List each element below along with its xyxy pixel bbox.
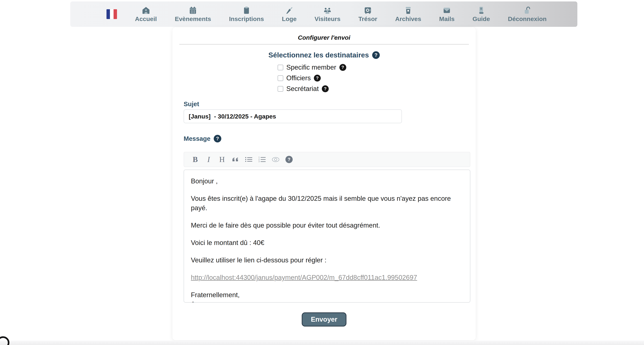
recipient-row-specific-member: Specific member? — [278, 63, 346, 72]
toolbar-italic-button[interactable]: I — [205, 155, 212, 164]
page: { "help_glyph": "?", "nav": { "items": [… — [0, 0, 644, 345]
message-paragraph: Voici le montant dû : 40€ — [191, 238, 463, 247]
recipient-row-secretariat: Secrétariat? — [278, 85, 346, 93]
toolbar-heading-button[interactable]: H — [218, 155, 226, 164]
help-icon[interactable]: ? — [340, 64, 346, 71]
archive-icon — [404, 6, 412, 15]
signature-line: Fraternellement, — [191, 291, 240, 299]
home-icon — [142, 6, 150, 15]
recipient-option-label: Officiers — [286, 74, 311, 82]
nav-item-label: Accueil — [135, 16, 157, 23]
nav-item-loge[interactable]: Loge — [282, 6, 296, 23]
checkbox-officiers[interactable] — [278, 75, 283, 81]
message-label: Message — [184, 135, 210, 142]
safe-icon — [364, 6, 372, 15]
nav-item-label: Mails — [439, 16, 454, 23]
recipients-heading-label: Sélectionnez les destinataires — [268, 51, 369, 59]
editor-toolbar: BIH123? — [184, 152, 470, 167]
calendar-icon — [189, 6, 197, 15]
signature-line: Janus — [191, 301, 209, 303]
nav-item-guide[interactable]: Guide — [472, 6, 490, 23]
trowel-icon — [285, 6, 294, 15]
nav-item-inscriptions[interactable]: Inscriptions — [229, 6, 264, 23]
subject-label: Sujet — [184, 100, 469, 108]
checkbox-specific-member[interactable] — [278, 65, 283, 70]
nav-item-mails[interactable]: Mails — [439, 6, 454, 23]
send-config-panel: Configurer l'envoi Sélectionnez les dest… — [172, 27, 476, 340]
message-paragraph: Bonjour , — [191, 176, 463, 186]
message-label-row: Message ? — [184, 135, 469, 142]
nav-item-archives[interactable]: Archives — [395, 6, 421, 23]
french-flag-icon[interactable] — [106, 9, 117, 19]
message-paragraph: Veuillez utiliser le lien ci-dessous pou… — [191, 255, 463, 265]
nav-item-tresor[interactable]: Trésor — [358, 6, 377, 23]
toolbar-bold-button[interactable]: B — [191, 155, 199, 164]
recipient-option-label: Specific member — [286, 64, 336, 71]
nav-item-evenements[interactable]: Evènements — [175, 6, 211, 23]
checkbox-secretariat[interactable] — [278, 86, 283, 92]
message-paragraph: http://localhost:44300/janus/payment/AGP… — [191, 273, 463, 282]
unlock-icon — [523, 6, 531, 15]
nav-item-label: Inscriptions — [229, 16, 264, 23]
recipients-help-icon[interactable]: ? — [372, 51, 380, 59]
top-navigation: AccueilEvènementsInscriptionsLogeVisiteu… — [70, 2, 577, 27]
toolbar-guide-button[interactable]: ? — [285, 155, 293, 164]
page-edge-artifact — [0, 336, 10, 345]
page-title: Configurer l'envoi — [179, 34, 469, 41]
nav-item-label: Loge — [282, 16, 296, 23]
message-editor: BIH123? Bonjour ,Vous êtes inscrit(e) à … — [184, 152, 470, 303]
svg-text:3: 3 — [258, 160, 260, 163]
recipients-heading: Sélectionnez les destinataires ? — [179, 51, 469, 59]
toolbar-unordered-list-button[interactable] — [245, 155, 253, 164]
svg-text:1: 1 — [258, 156, 260, 158]
message-paragraph: Merci de le faire dès que possible pour … — [191, 221, 463, 230]
nav-item-label: Trésor — [358, 16, 377, 23]
book-icon — [477, 6, 485, 15]
mail-icon — [442, 6, 451, 15]
nav-item-accueil[interactable]: Accueil — [135, 6, 157, 23]
nav-item-label: Visiteurs — [314, 16, 340, 23]
help-icon[interactable]: ? — [314, 75, 321, 82]
message-signature: Fraternellement,Janus — [191, 290, 463, 303]
nav-item-deconnexion[interactable]: Déconnexion — [508, 6, 546, 23]
help-icon[interactable]: ? — [322, 85, 329, 92]
message-paragraph: Vous êtes inscrit(e) à l'agape du 30/12/… — [191, 194, 463, 213]
nav-item-label: Déconnexion — [508, 16, 546, 23]
clipboard-icon — [242, 6, 251, 15]
message-body[interactable]: Bonjour ,Vous êtes inscrit(e) à l'agape … — [184, 170, 470, 303]
svg-text:2: 2 — [258, 158, 260, 161]
toolbar-preview-button[interactable] — [272, 155, 280, 164]
send-button[interactable]: Envoyer — [302, 312, 346, 326]
recipient-option-label: Secrétariat — [286, 85, 319, 93]
subject-input[interactable] — [184, 109, 402, 123]
nav-item-label: Guide — [472, 16, 490, 23]
toolbar-quote-button[interactable] — [232, 155, 240, 164]
recipient-options: Specific member?Officiers?Secrétariat? — [278, 63, 346, 93]
page-bottom-strip — [0, 341, 644, 345]
nav-item-visiteurs[interactable]: Visiteurs — [314, 6, 340, 23]
people-icon — [323, 6, 332, 15]
nav-item-label: Archives — [395, 16, 421, 23]
message-help-icon[interactable]: ? — [214, 135, 221, 142]
title-divider — [179, 44, 469, 45]
toolbar-ordered-list-button[interactable]: 123 — [258, 155, 266, 164]
recipient-row-officiers: Officiers? — [278, 74, 346, 83]
nav-item-label: Evènements — [175, 16, 211, 23]
payment-link[interactable]: http://localhost:44300/janus/payment/AGP… — [191, 274, 417, 281]
